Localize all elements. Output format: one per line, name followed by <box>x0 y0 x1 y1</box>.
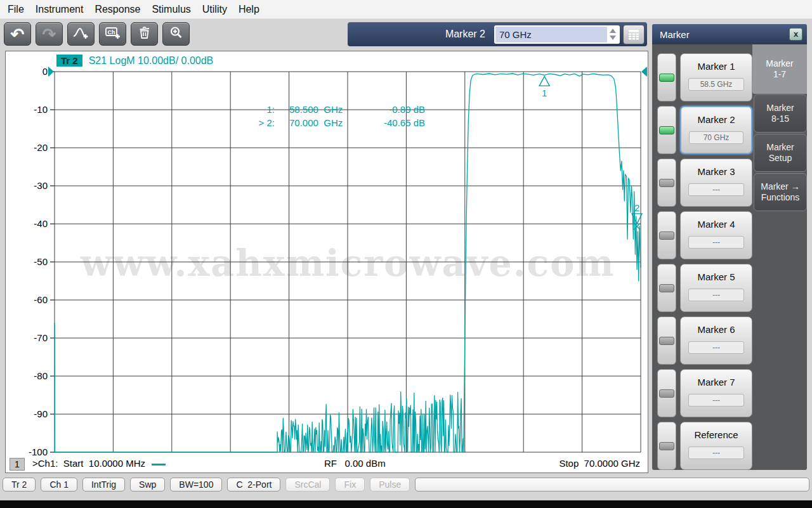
status-start-frequency: >Ch1: Start 10.0000 MHz <box>32 458 166 469</box>
marker-2-number: 2 <box>634 202 639 213</box>
keypad-icon <box>627 29 641 40</box>
marker-6-button[interactable]: Marker 6--- <box>680 316 752 365</box>
marker-readout-line-2: > 2:70.000 GHz-40.65 dB <box>234 117 425 128</box>
delete-button[interactable] <box>131 22 158 46</box>
softkey-c-2-port[interactable]: C 2-Port <box>227 478 280 492</box>
menu-item-utility[interactable]: Utility <box>202 4 227 15</box>
marker-led-button-5[interactable] <box>657 264 676 312</box>
marker-led-button-3[interactable] <box>657 159 676 207</box>
marker-button-label: Marker 3 <box>681 166 752 177</box>
marker-4-button[interactable]: Marker 4--- <box>680 211 752 259</box>
y-axis-tick-label: -10 <box>34 104 48 115</box>
marker-5-button[interactable]: Marker 5--- <box>680 264 752 312</box>
marker-led-button-2[interactable] <box>657 106 676 154</box>
marker-entry-bar: Marker 2 70 GHz <box>348 22 647 46</box>
led-indicator-off <box>659 389 674 398</box>
tab-label-text: Marker <box>766 142 794 152</box>
led-indicator-off <box>659 337 674 345</box>
add-trace-button[interactable] <box>67 22 95 46</box>
svg-text:Ch: Ch <box>107 29 115 35</box>
marker-led-button-4[interactable] <box>657 211 676 259</box>
status-stop-frequency: Stop 70.0000 GHz <box>559 458 640 469</box>
reference-level-arrow-left[interactable] <box>48 67 54 77</box>
y-axis-tick-label: -100 <box>29 446 48 457</box>
tab-marker-setup[interactable]: MarkerSetup <box>754 134 807 172</box>
marker-panel-header: Marker x <box>652 24 807 44</box>
y-axis-tick-label: -40 <box>34 218 48 229</box>
marker-led-button-6[interactable] <box>657 316 676 365</box>
tab-marker-8-15[interactable]: Marker8-15 <box>754 94 807 133</box>
led-indicator-off <box>659 179 674 187</box>
y-axis-tick-label: -20 <box>34 142 48 153</box>
add-channel-button[interactable]: Ch <box>99 22 126 46</box>
keypad-button[interactable] <box>623 25 645 44</box>
menu-item-stimulus[interactable]: Stimulus <box>152 4 190 15</box>
readout-frequency: 70.000 GHz <box>289 117 378 128</box>
softkey-tr-2[interactable]: Tr 2 <box>3 478 36 492</box>
marker-led-button-8[interactable] <box>657 422 676 470</box>
spinner-down-button[interactable] <box>610 36 616 40</box>
zoom-button[interactable] <box>162 22 190 46</box>
channel-badge: 1 <box>10 458 25 471</box>
readout-marker-id: > 2: <box>234 117 275 128</box>
tab-label-line1: Marker <box>766 58 794 70</box>
marker-panel-title: Marker <box>660 29 690 40</box>
tab-label-text: Marker <box>761 181 789 192</box>
marker-7-button[interactable]: Marker 7--- <box>680 369 752 417</box>
led-indicator-off <box>659 284 674 292</box>
tab-label-line2: 8-15 <box>771 114 789 125</box>
tab-label-text: Marker <box>766 103 794 113</box>
tab-marker-1-7[interactable]: Marker1-7 <box>752 44 807 94</box>
softkey-inttrig[interactable]: IntTrig <box>82 478 125 492</box>
marker-led-button-1[interactable] <box>657 53 676 101</box>
marker-button-label: Marker 4 <box>681 219 752 230</box>
y-axis-tick-label: -60 <box>34 294 48 305</box>
bottom-black-bar <box>0 500 812 508</box>
marker-3-button[interactable]: Marker 3--- <box>680 159 752 207</box>
spinner-up-button[interactable] <box>610 29 616 33</box>
tab-label-line1: Marker <box>766 142 794 153</box>
menu-item-instrument[interactable]: Instrument <box>36 4 84 15</box>
softkey-swp[interactable]: Swp <box>130 478 165 492</box>
marker-button-label: Marker 1 <box>681 61 752 72</box>
trace-label-chip[interactable]: Tr 2 <box>56 55 82 67</box>
softkey-ch-1[interactable]: Ch 1 <box>41 478 77 492</box>
close-icon[interactable]: x <box>789 28 802 41</box>
reference-level-arrow-right[interactable] <box>641 67 647 77</box>
chart-area: www.xahxmicrowave.com 0-10-20-30-40-50-6… <box>5 51 648 473</box>
softkey-pulse: Pulse <box>370 478 410 492</box>
tab-label-text: Marker <box>766 58 794 68</box>
marker-1-button[interactable]: Marker 158.5 GHz <box>680 53 752 101</box>
menu-item-response[interactable]: Response <box>95 4 140 15</box>
marker-1-glyph[interactable]: 1 <box>539 76 549 98</box>
softkey-fix: Fix <box>335 478 365 492</box>
status-rf-power: RF 0.00 dBm <box>324 458 386 469</box>
marker-button-value: --- <box>688 289 744 301</box>
readout-frequency: 58.500 GHz <box>289 104 378 115</box>
status-start-text: >Ch1: Start 10.0000 MHz <box>32 458 145 469</box>
marker-button-value: --- <box>688 446 744 459</box>
delete-icon <box>137 25 152 43</box>
tab-marker-functions[interactable]: Marker→Functions <box>754 173 807 211</box>
frequency-spinner <box>607 27 619 42</box>
menu-item-file[interactable]: File <box>8 4 24 15</box>
marker-2-button[interactable]: Marker 270 GHz <box>680 106 752 154</box>
undo-button[interactable]: ↶ <box>4 22 31 46</box>
marker-readout-line-1: 1:58.500 GHz-0.89 dB <box>234 104 425 115</box>
tab-label-line1: Marker→ <box>761 181 800 193</box>
readout-marker-id: 1: <box>234 104 275 115</box>
menu-item-help[interactable]: Help <box>239 4 259 15</box>
tab-label-line2: 1-7 <box>773 69 786 81</box>
readout-value: -40.65 dB <box>378 117 425 128</box>
softkey-empty-field <box>415 478 809 492</box>
led-indicator-on <box>659 74 674 82</box>
marker-button-value: --- <box>688 183 744 196</box>
marker-led-button-7[interactable] <box>657 369 676 417</box>
marker-frequency-input[interactable]: 70 GHz <box>494 25 620 44</box>
reference-button[interactable]: Reference--- <box>680 422 752 470</box>
softkey-bw-100[interactable]: BW=100 <box>170 478 222 492</box>
marker-frequency-value[interactable]: 70 GHz <box>495 27 607 42</box>
marker-button-value: --- <box>688 236 744 249</box>
marker-button-label: Marker 2 <box>681 114 751 125</box>
marker-button-label: Marker 6 <box>681 324 752 335</box>
